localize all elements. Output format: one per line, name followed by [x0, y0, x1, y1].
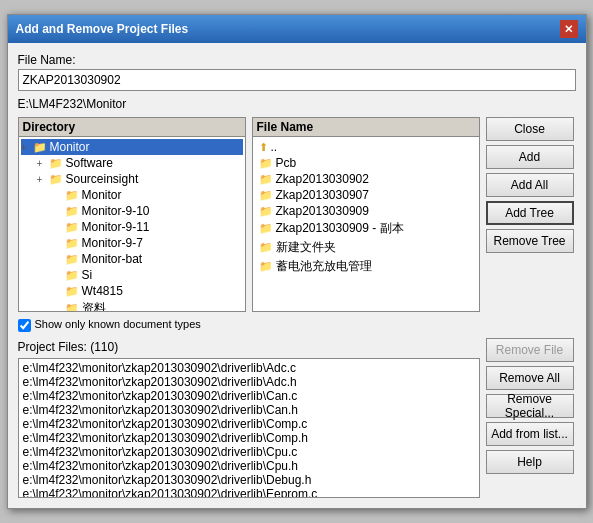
file-item[interactable]: 📁新建文件夹: [255, 238, 477, 257]
bottom-row: Project Files: (110) e:\lm4f232\monitor\…: [18, 338, 576, 498]
tree-item[interactable]: +📁Sourceinsight: [21, 171, 243, 187]
file-icon: 📁: [259, 260, 273, 273]
tree-item-label: Monitor-9-7: [82, 236, 143, 250]
tree-item-label: Monitor: [82, 188, 122, 202]
tree-item[interactable]: +📁Software: [21, 155, 243, 171]
project-files-label: Project Files: (110): [18, 340, 480, 354]
folder-icon: 📁: [49, 173, 63, 186]
tree-item[interactable]: 📁Monitor-9-7: [21, 235, 243, 251]
file-item-label: Zkap2013030907: [276, 188, 369, 202]
file-item[interactable]: ⬆..: [255, 139, 477, 155]
tree-item[interactable]: +📁Monitor: [21, 139, 243, 155]
remove-all-button[interactable]: Remove All: [486, 366, 574, 390]
project-files-section: Project Files: (110) e:\lm4f232\monitor\…: [18, 338, 480, 498]
project-file-item[interactable]: e:\lm4f232\monitor\zkap2013030902\driver…: [21, 389, 477, 403]
panels-area: Directory +📁Monitor+📁Software+📁Sourceins…: [18, 117, 576, 312]
file-item[interactable]: 📁蓄电池充放电管理: [255, 257, 477, 276]
file-item-label: Zkap2013030909: [276, 204, 369, 218]
filename-panel-wrapper: File Name ⬆..📁Pcb📁Zkap2013030902📁Zkap201…: [252, 117, 480, 312]
tree-item[interactable]: 📁Monitor-9-10: [21, 203, 243, 219]
file-icon: 📁: [259, 205, 273, 218]
project-file-item[interactable]: e:\lm4f232\monitor\zkap2013030902\driver…: [21, 459, 477, 473]
file-item-label: Zkap2013030909 - 副本: [276, 220, 404, 237]
show-known-docs-checkbox[interactable]: [18, 319, 31, 332]
folder-icon: 📁: [33, 141, 47, 154]
add-all-button[interactable]: Add All: [486, 173, 574, 197]
file-item[interactable]: 📁Zkap2013030909: [255, 203, 477, 219]
filename-panel: File Name ⬆..📁Pcb📁Zkap2013030902📁Zkap201…: [252, 117, 480, 312]
title-bar-close-button[interactable]: ✕: [560, 20, 578, 38]
file-item-label: 蓄电池充放电管理: [276, 258, 372, 275]
tree-item-label: Sourceinsight: [66, 172, 139, 186]
folder-icon: 📁: [65, 205, 79, 218]
project-file-item[interactable]: e:\lm4f232\monitor\zkap2013030902\driver…: [21, 473, 477, 487]
directory-panel-wrapper: Directory +📁Monitor+📁Software+📁Sourceins…: [18, 117, 246, 312]
expand-icon: +: [37, 174, 47, 185]
file-icon: 📁: [259, 222, 273, 235]
folder-icon: 📁: [65, 302, 79, 311]
help-button[interactable]: Help: [486, 450, 574, 474]
project-files-panel: e:\lm4f232\monitor\zkap2013030902\driver…: [18, 358, 480, 498]
file-item[interactable]: 📁Zkap2013030909 - 副本: [255, 219, 477, 238]
remove-tree-button[interactable]: Remove Tree: [486, 229, 574, 253]
file-item[interactable]: 📁Zkap2013030907: [255, 187, 477, 203]
file-item-label: Pcb: [276, 156, 297, 170]
path-text: E:\LM4F232\Monitor: [18, 97, 127, 111]
tree-item[interactable]: 📁Si: [21, 267, 243, 283]
file-item[interactable]: 📁Zkap2013030902: [255, 171, 477, 187]
path-display: E:\LM4F232\Monitor: [18, 97, 576, 111]
tree-item[interactable]: 📁Monitor: [21, 187, 243, 203]
file-icon: 📁: [259, 189, 273, 202]
tree-item-label: Monitor-bat: [82, 252, 143, 266]
file-name-input[interactable]: [18, 69, 576, 91]
checkbox-row: Show only known document types: [18, 318, 576, 332]
expand-icon: +: [37, 158, 47, 169]
show-known-docs-label: Show only known document types: [35, 318, 201, 330]
add-tree-button[interactable]: Add Tree: [486, 201, 574, 225]
tree-item-label: Monitor: [50, 140, 90, 154]
tree-item[interactable]: 📁Wt4815: [21, 283, 243, 299]
project-file-item[interactable]: e:\lm4f232\monitor\zkap2013030902\driver…: [21, 403, 477, 417]
tree-item-label: Software: [66, 156, 113, 170]
tree-item-label: Wt4815: [82, 284, 123, 298]
project-file-item[interactable]: e:\lm4f232\monitor\zkap2013030902\driver…: [21, 431, 477, 445]
project-file-item[interactable]: e:\lm4f232\monitor\zkap2013030902\driver…: [21, 487, 477, 498]
bottom-buttons-col: Remove File Remove All Remove Special...…: [486, 338, 576, 498]
tree-item-label: Monitor-9-10: [82, 204, 150, 218]
remove-special-button[interactable]: Remove Special...: [486, 394, 574, 418]
add-remove-dialog: Add and Remove Project Files ✕ File Name…: [7, 14, 587, 509]
dialog-title: Add and Remove Project Files: [16, 22, 189, 36]
add-from-list-button[interactable]: Add from list...: [486, 422, 574, 446]
folder-icon: 📁: [65, 269, 79, 282]
folder-icon: 📁: [49, 157, 63, 170]
tree-item[interactable]: 📁资料: [21, 299, 243, 311]
directory-header: Directory: [19, 118, 245, 137]
remove-file-button[interactable]: Remove File: [486, 338, 574, 362]
tree-item[interactable]: 📁Monitor-9-11: [21, 219, 243, 235]
file-name-label: File Name:: [18, 53, 576, 67]
folder-icon: 📁: [65, 189, 79, 202]
expand-icon: +: [21, 142, 31, 153]
folder-icon: 📁: [65, 237, 79, 250]
folder-icon: 📁: [65, 285, 79, 298]
directory-panel: Directory +📁Monitor+📁Software+📁Sourceins…: [18, 117, 246, 312]
tree-item-label: Si: [82, 268, 93, 282]
directory-tree-content: +📁Monitor+📁Software+📁Sourceinsight 📁Moni…: [19, 137, 245, 311]
tree-item[interactable]: 📁Monitor-bat: [21, 251, 243, 267]
folder-icon: 📁: [65, 253, 79, 266]
project-file-item[interactable]: e:\lm4f232\monitor\zkap2013030902\driver…: [21, 417, 477, 431]
project-file-item[interactable]: e:\lm4f232\monitor\zkap2013030902\driver…: [21, 361, 477, 375]
add-button[interactable]: Add: [486, 145, 574, 169]
close-button[interactable]: Close: [486, 117, 574, 141]
file-icon: 📁: [259, 173, 273, 186]
files-list-content: ⬆..📁Pcb📁Zkap2013030902📁Zkap2013030907📁Zk…: [253, 137, 479, 311]
file-name-row: File Name:: [18, 53, 576, 91]
right-buttons-col: Close Add Add All Add Tree Remove Tree: [486, 117, 576, 312]
file-icon: 📁: [259, 241, 273, 254]
dialog-body: File Name: E:\LM4F232\Monitor Directory …: [8, 43, 586, 508]
file-item-label: ..: [271, 140, 278, 154]
file-item[interactable]: 📁Pcb: [255, 155, 477, 171]
file-item-label: 新建文件夹: [276, 239, 336, 256]
project-file-item[interactable]: e:\lm4f232\monitor\zkap2013030902\driver…: [21, 375, 477, 389]
project-file-item[interactable]: e:\lm4f232\monitor\zkap2013030902\driver…: [21, 445, 477, 459]
